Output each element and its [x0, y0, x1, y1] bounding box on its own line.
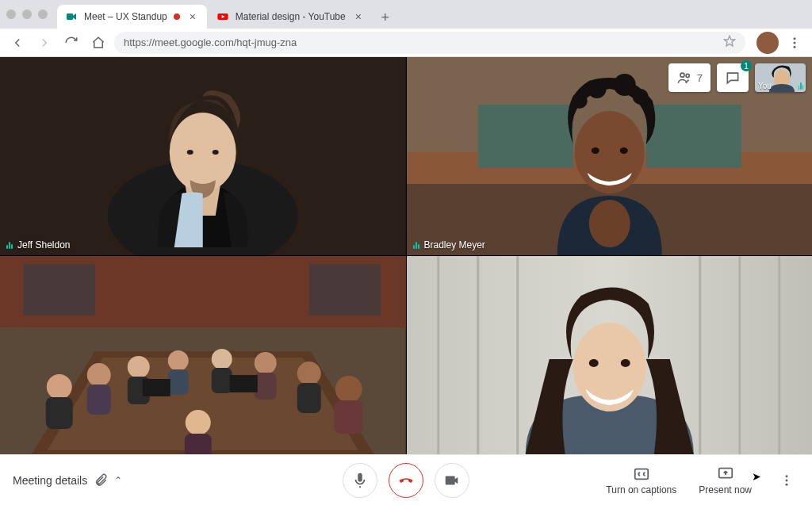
- participant-name-tag: Jeff Sheldon: [6, 239, 71, 251]
- svg-rect-0: [67, 13, 73, 20]
- svg-point-54: [573, 323, 645, 411]
- video-tile[interactable]: Jeff Sheldon: [0, 57, 406, 255]
- bookmark-star-icon[interactable]: [723, 35, 736, 50]
- svg-rect-25: [24, 264, 95, 316]
- window-close[interactable]: [6, 10, 16, 19]
- meeting-top-right-controls: 7 1 You: [668, 63, 806, 92]
- self-view-thumbnail[interactable]: You: [755, 63, 806, 92]
- meeting-details-label: Meeting details: [13, 474, 87, 487]
- captions-button[interactable]: Turn on captions: [606, 465, 676, 495]
- svg-point-43: [186, 410, 211, 435]
- svg-point-58: [686, 74, 689, 77]
- svg-rect-28: [46, 397, 73, 429]
- svg-point-33: [168, 350, 189, 371]
- chat-unread-badge: 1: [741, 60, 752, 71]
- right-call-controls: Turn on captions Present now: [606, 465, 799, 495]
- participant-count: 7: [697, 72, 703, 84]
- browser-menu-button[interactable]: [783, 32, 806, 54]
- svg-rect-46: [230, 375, 258, 392]
- svg-rect-13: [477, 105, 573, 168]
- present-button[interactable]: Present now: [699, 465, 752, 495]
- svg-point-17: [587, 79, 606, 98]
- svg-point-39: [297, 362, 321, 385]
- svg-point-20: [571, 93, 587, 109]
- svg-point-65: [786, 483, 788, 485]
- chat-icon: [725, 70, 741, 86]
- speaking-indicator-icon: [413, 241, 419, 249]
- profile-avatar[interactable]: [756, 32, 779, 54]
- browser-tabs: Meet – UX Standup × Material design - Yo…: [57, 0, 806, 29]
- meeting-bottom-bar: Meeting details ⌃ Turn on captions Prese…: [0, 454, 812, 505]
- svg-rect-44: [185, 434, 212, 454]
- toggle-camera-button[interactable]: [435, 463, 469, 498]
- people-icon: [676, 70, 692, 86]
- svg-rect-40: [297, 383, 321, 413]
- svg-point-55: [588, 359, 598, 367]
- tab-meet[interactable]: Meet – UX Standup ×: [57, 5, 207, 29]
- tab-close-icon[interactable]: ×: [186, 10, 199, 23]
- svg-rect-30: [87, 384, 111, 415]
- url-input[interactable]: https://meet.google.com/hqt-jmug-zna: [114, 32, 745, 54]
- chat-button[interactable]: 1: [717, 63, 749, 92]
- svg-point-35: [212, 349, 232, 369]
- participant-name-tag: Bradley Meyer: [413, 239, 485, 251]
- browser-address-bar: https://meet.google.com/hqt-jmug-zna: [0, 29, 812, 57]
- video-tile[interactable]: [407, 256, 813, 454]
- svg-point-16: [574, 111, 644, 193]
- svg-point-56: [620, 359, 630, 367]
- svg-rect-38: [255, 373, 277, 400]
- svg-point-3: [794, 41, 796, 44]
- svg-point-31: [128, 356, 150, 378]
- svg-point-18: [613, 74, 635, 96]
- svg-rect-26: [309, 264, 381, 316]
- svg-rect-42: [335, 400, 363, 434]
- svg-rect-14: [645, 105, 741, 168]
- nav-home-button[interactable]: [87, 32, 109, 54]
- tab-title: Meet – UX Standup: [84, 11, 167, 22]
- recording-indicator-icon: [174, 13, 180, 20]
- svg-rect-61: [635, 469, 649, 479]
- camera-icon: [443, 472, 461, 489]
- svg-point-21: [591, 147, 599, 154]
- phone-hangup-icon: [397, 472, 415, 489]
- mute-mic-button[interactable]: [343, 463, 377, 498]
- self-speaking-icon: [799, 82, 804, 90]
- svg-point-57: [680, 73, 684, 77]
- captions-label: Turn on captions: [606, 484, 676, 495]
- meeting-details-button[interactable]: Meeting details ⌃: [13, 473, 122, 488]
- meet-favicon-icon: [65, 10, 78, 23]
- more-vertical-icon: [779, 473, 794, 488]
- nav-reload-button[interactable]: [60, 32, 82, 54]
- svg-point-19: [632, 89, 648, 105]
- svg-point-27: [47, 374, 72, 400]
- self-label: You: [758, 82, 772, 90]
- svg-point-22: [619, 147, 627, 154]
- video-grid: Jeff Sheldon: [0, 57, 812, 454]
- svg-point-41: [335, 376, 362, 403]
- participants-button[interactable]: 7: [668, 63, 710, 92]
- svg-point-64: [786, 479, 788, 481]
- svg-rect-36: [212, 368, 232, 393]
- tab-youtube[interactable]: Material design - YouTube ×: [209, 5, 373, 29]
- svg-rect-45: [143, 379, 170, 396]
- video-tile[interactable]: [0, 256, 406, 454]
- present-screen-icon: [717, 465, 734, 483]
- hangup-button[interactable]: [389, 463, 423, 498]
- svg-point-29: [87, 363, 111, 387]
- svg-point-7: [170, 113, 236, 192]
- window-maximize[interactable]: [38, 10, 48, 19]
- chevron-up-icon: ⌃: [114, 475, 122, 486]
- nav-back-button[interactable]: [6, 32, 29, 54]
- present-label: Present now: [699, 484, 752, 495]
- more-options-button[interactable]: [774, 468, 799, 493]
- svg-point-15: [588, 200, 630, 247]
- new-tab-button[interactable]: +: [374, 6, 396, 29]
- browser-titlebar: Meet – UX Standup × Material design - Yo…: [0, 0, 812, 29]
- microphone-icon: [351, 472, 369, 489]
- tab-close-icon[interactable]: ×: [352, 10, 365, 23]
- participant-name: Bradley Meyer: [424, 239, 485, 251]
- window-minimize[interactable]: [22, 10, 32, 19]
- svg-point-2: [794, 37, 796, 40]
- svg-point-37: [255, 352, 277, 374]
- closed-captions-icon: [633, 465, 650, 483]
